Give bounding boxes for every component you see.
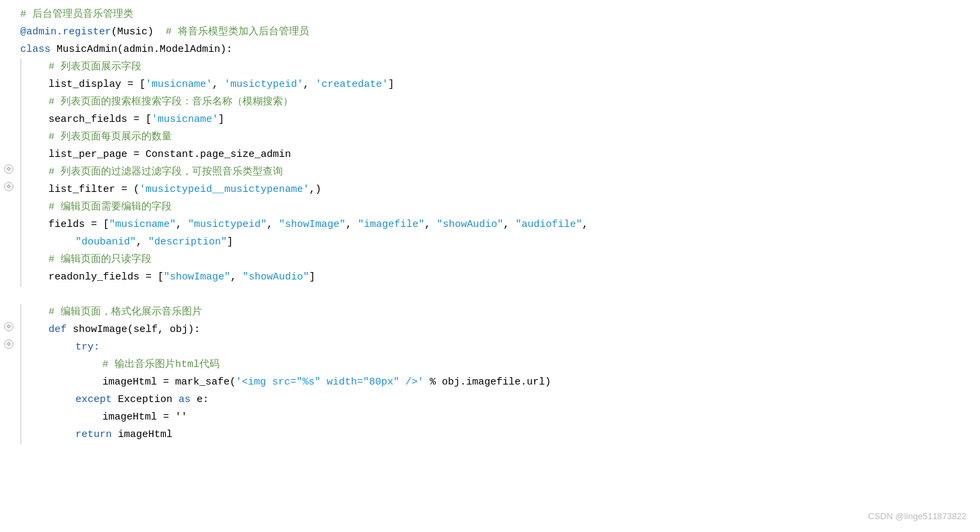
code-content: def showImage(self, obj): (22, 322, 980, 338)
token: try: (75, 341, 100, 353)
code-content: list_filter = ('musictypeid__musictypena… (22, 182, 980, 198)
code-line: imageHtml = mark_safe('<img src="%s" wid… (0, 374, 980, 392)
watermark: CSDN @linge511873822 (868, 510, 967, 524)
code-content: # 后台管理员音乐管理类 (20, 7, 980, 23)
token: Exception (118, 394, 178, 405)
code-line: # 列表页面展示字段 (0, 59, 980, 77)
code-content: @admin.register(Music) # 将音乐模型类加入后台管理员 (20, 24, 980, 40)
token: imageHtml (118, 429, 172, 440)
code-line: # 列表页面的搜索框搜索字段：音乐名称（模糊搜索） (0, 94, 980, 112)
token: , (346, 219, 358, 230)
token: ] (218, 114, 224, 125)
code-line: readonly_fields = ["showImage", "showAud… (0, 269, 980, 287)
token: "showImage" (164, 271, 230, 283)
gutter-icon: ◇ (4, 322, 13, 331)
gutter-cell: ◇ (0, 164, 20, 174)
code-content: "doubanid", "description"] (22, 234, 980, 251)
code-line (0, 287, 980, 304)
token: "musicname" (109, 219, 176, 230)
token: 'musicname' (152, 114, 218, 125)
code-line: # 编辑页面的只读字段 (0, 252, 980, 269)
token: showImage (73, 324, 127, 335)
token: "showAudio" (436, 219, 503, 230)
code-content: # 列表页面的过滤器过滤字段，可按照音乐类型查询 (22, 164, 980, 180)
token: 'musictypeid' (224, 79, 303, 90)
token: '<img src="%s" width="80px" />' (236, 376, 424, 388)
token: , (176, 219, 188, 230)
token: "showImage" (279, 219, 346, 230)
code-content: imageHtml = mark_safe('<img src="%s" wid… (22, 374, 980, 391)
code-line: ◇def showImage(self, obj): (0, 322, 980, 339)
token: ] (227, 236, 233, 248)
token: "doubanid" (75, 236, 136, 248)
token: , (424, 219, 436, 230)
token: list_per_page = Constant.page_size_admin (48, 149, 291, 160)
code-line: list_display = ['musicname', 'musictypei… (0, 77, 980, 94)
token: list_display = [ (48, 79, 145, 90)
gutter-icon: ◇ (4, 339, 13, 349)
token: search_fields = [ (48, 114, 152, 125)
token: MusicAdmin(admin.ModelAdmin): (57, 44, 232, 55)
code-content: # 编辑页面的只读字段 (22, 252, 980, 268)
token: % obj.imagefile.url) (424, 376, 551, 388)
code-content: # 列表页面展示字段 (22, 59, 980, 75)
token: 'musicname' (145, 79, 212, 90)
token: list_filter = ( (48, 184, 139, 195)
code-content: class MusicAdmin(admin.ModelAdmin): (20, 42, 980, 58)
token: , (582, 219, 588, 230)
token: imageHtml = mark_safe( (102, 376, 236, 388)
code-content: try: (22, 339, 980, 356)
token: (self, obj): (127, 324, 200, 335)
token: , (267, 219, 279, 230)
token: # 编辑页面需要编辑的字段 (48, 201, 172, 213)
token: , (136, 236, 148, 248)
token: 'musictypeid__musictypename' (139, 184, 309, 195)
code-line: # 编辑页面，格式化展示音乐图片 (0, 304, 980, 322)
token: except (75, 394, 118, 405)
token: 'createdate' (315, 79, 388, 90)
code-content: # 编辑页面，格式化展示音乐图片 (22, 304, 980, 321)
code-line: search_fields = ['musicname'] (0, 112, 980, 129)
gutter-cell: ◇ (0, 322, 20, 331)
token: "imagefile" (358, 219, 424, 230)
token: e: (191, 394, 209, 405)
token: # 编辑页面，格式化展示音乐图片 (48, 306, 202, 318)
token: ] (309, 271, 315, 283)
token: # 输出音乐图片html代码 (102, 359, 220, 370)
code-line: class MusicAdmin(admin.ModelAdmin): (0, 42, 980, 59)
token: ] (388, 79, 394, 90)
code-content: return imageHtml (22, 427, 980, 443)
token: , (303, 79, 315, 90)
token: # 列表页面每页展示的数量 (48, 131, 172, 143)
token: "showAudio" (242, 271, 309, 283)
token: imageHtml = '' (102, 411, 187, 423)
code-line: # 后台管理员音乐管理类 (0, 7, 980, 24)
code-lines: # 后台管理员音乐管理类@admin.register(Music) # 将音乐… (0, 7, 980, 444)
code-content: fields = ["musicname", "musictypeid", "s… (22, 217, 980, 233)
code-content: # 输出音乐图片html代码 (22, 357, 980, 373)
code-editor: # 后台管理员音乐管理类@admin.register(Music) # 将音乐… (0, 0, 980, 532)
token: "description" (148, 236, 227, 248)
gutter-cell: ◇ (0, 339, 20, 349)
code-content: # 编辑页面需要编辑的字段 (22, 199, 980, 215)
code-line: except Exception as e: (0, 392, 980, 409)
token: def (48, 324, 73, 335)
code-content: list_display = ['musicname', 'musictypei… (22, 77, 980, 93)
code-content: imageHtml = '' (22, 409, 980, 426)
code-content: # 列表页面的搜索框搜索字段：音乐名称（模糊搜索） (22, 94, 980, 110)
token: class (20, 44, 57, 55)
code-content: except Exception as e: (22, 392, 980, 408)
gutter-cell: ◇ (0, 182, 20, 191)
code-line: ◇try: (0, 339, 980, 357)
token: return (75, 429, 118, 440)
token: # 后台管理员音乐管理类 (20, 9, 133, 20)
token: , (212, 79, 224, 90)
gutter-icon: ◇ (4, 164, 13, 174)
token: readonly_fields = [ (48, 271, 164, 283)
code-line: "doubanid", "description"] (0, 234, 980, 252)
token: fields = [ (48, 219, 109, 230)
code-line: ◇# 列表页面的过滤器过滤字段，可按照音乐类型查询 (0, 164, 980, 182)
code-line: ◇list_filter = ('musictypeid__musictypen… (0, 182, 980, 199)
token: # 将音乐模型类加入后台管理员 (154, 26, 309, 38)
token: as (178, 394, 191, 405)
